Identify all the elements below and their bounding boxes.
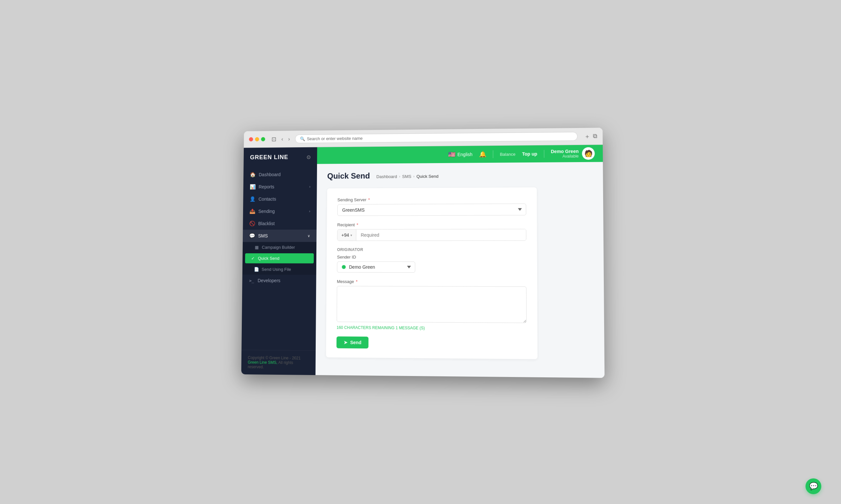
logo-text: GREEN LINE bbox=[250, 154, 289, 161]
sidebar-label-blacklist: Blacklist bbox=[258, 221, 310, 226]
sending-server-label: Sending Server * bbox=[337, 197, 526, 202]
language-selector[interactable]: 🇺🇸 English bbox=[448, 151, 473, 158]
sidebar-label-reports: Reports bbox=[259, 184, 306, 189]
send-icon: ➤ bbox=[344, 340, 347, 345]
sidebar-item-sending[interactable]: 📤 Sending › bbox=[243, 205, 317, 218]
address-bar[interactable]: 🔍 Search or enter website name bbox=[295, 132, 578, 143]
address-bar-text: Search or enter website name bbox=[307, 136, 363, 141]
page-title: Quick Send bbox=[327, 171, 370, 180]
sidebar-item-dashboard[interactable]: 🏠 Dashboard bbox=[243, 168, 317, 181]
home-icon: 🏠 bbox=[250, 172, 256, 178]
forward-button[interactable]: › bbox=[287, 136, 291, 143]
footer-link[interactable]: Green Line SMS, bbox=[248, 360, 277, 365]
tabs-button[interactable]: ⧉ bbox=[593, 132, 597, 140]
browser-titlebar: ⊡ ‹ › 🔍 Search or enter website name ＋ ⧉ bbox=[244, 128, 603, 148]
sending-server-select[interactable]: GreenSMS bbox=[337, 203, 526, 216]
sidebar-label-developers: Developers bbox=[258, 278, 310, 283]
reports-icon: 📊 bbox=[250, 184, 256, 190]
message-textarea[interactable] bbox=[337, 286, 527, 323]
back-button[interactable]: ‹ bbox=[280, 136, 285, 143]
sidebar-label-campaign-builder: Campaign Builder bbox=[262, 245, 295, 250]
topbar-divider-2 bbox=[544, 150, 544, 158]
send-button[interactable]: ➤ Send bbox=[337, 336, 368, 348]
sidebar-label-sending: Sending bbox=[258, 209, 306, 214]
phone-code-text: +94 bbox=[341, 232, 349, 237]
sidebar-nav: 🏠 Dashboard 📊 Reports › 👤 Contacts 📤 bbox=[241, 166, 317, 350]
dot-maximize[interactable] bbox=[261, 137, 265, 141]
balance-label: Balance bbox=[500, 151, 515, 157]
chat-bubble-button[interactable]: 💬 bbox=[806, 479, 821, 494]
main-content: 🇺🇸 English 🔔 Balance Top up Demo Green A… bbox=[315, 145, 604, 378]
add-tab-button[interactable]: ＋ bbox=[584, 132, 590, 140]
avatar: 🧑 bbox=[582, 147, 595, 160]
chevron-right-icon: › bbox=[309, 185, 310, 189]
sidebar-label-dashboard: Dashboard bbox=[259, 172, 311, 177]
sidebar-item-campaign-builder[interactable]: ▦ Campaign Builder bbox=[243, 242, 317, 253]
browser-controls: ⊡ ‹ › bbox=[271, 136, 291, 143]
sending-icon: 📤 bbox=[250, 209, 255, 214]
recipient-label: Recipient * bbox=[337, 222, 526, 227]
sidebar-item-reports[interactable]: 📊 Reports › bbox=[243, 180, 317, 193]
browser-window: ⊡ ‹ › 🔍 Search or enter website name ＋ ⧉… bbox=[241, 128, 604, 378]
chevron-right-icon-sending: › bbox=[309, 209, 310, 213]
campaign-icon: ▦ bbox=[254, 245, 259, 250]
sidebar-item-contacts[interactable]: 👤 Contacts bbox=[243, 193, 317, 205]
sidebar-item-sms[interactable]: 💬 SMS ∨ bbox=[243, 230, 317, 242]
sidebar-label-sms: SMS bbox=[258, 233, 305, 238]
message-group: Message * 160 CHARACTERS REMAINING 1 MES… bbox=[337, 279, 527, 331]
sidebar-footer: Copyright © Green Line - 2021 Green Line… bbox=[241, 350, 316, 375]
send-button-label: Send bbox=[350, 340, 361, 345]
browser-dots bbox=[249, 137, 265, 141]
chat-icon: 💬 bbox=[809, 482, 818, 490]
breadcrumb-current: Quick Send bbox=[416, 174, 439, 179]
browser-actions: ＋ ⧉ bbox=[584, 132, 597, 140]
file-icon: 📄 bbox=[254, 267, 259, 272]
recipient-input[interactable] bbox=[356, 229, 526, 241]
sender-id-selector[interactable]: Demo Green bbox=[337, 262, 415, 273]
recipient-group: Recipient * +94 ▾ bbox=[337, 222, 526, 241]
sidebar-logo: GREEN LINE ⊙ bbox=[243, 147, 317, 166]
topup-button[interactable]: Top up bbox=[522, 151, 537, 157]
user-profile[interactable]: Demo Green Available 🧑 bbox=[551, 147, 595, 160]
sending-server-group: Sending Server * GreenSMS bbox=[337, 197, 526, 216]
sidebar-item-developers[interactable]: >_ Developers bbox=[242, 275, 316, 286]
developers-icon: >_ bbox=[249, 278, 255, 283]
message-required: * bbox=[356, 279, 357, 284]
topbar-divider-1 bbox=[493, 150, 493, 158]
dot-minimize[interactable] bbox=[255, 137, 259, 141]
recipient-row: +94 ▾ bbox=[337, 229, 526, 241]
sidebar-label-quick-send: Quick Send bbox=[258, 256, 279, 261]
sidebar-item-send-using-file[interactable]: 📄 Send Using File bbox=[242, 264, 316, 275]
phone-code-chevron-icon: ▾ bbox=[350, 233, 352, 237]
topbar: 🇺🇸 English 🔔 Balance Top up Demo Green A… bbox=[317, 145, 603, 164]
dot-close[interactable] bbox=[249, 137, 253, 141]
sidebar-label-send-using-file: Send Using File bbox=[261, 267, 291, 272]
user-name: Demo Green bbox=[551, 149, 579, 154]
sender-name-text: Demo Green bbox=[349, 265, 375, 270]
sidebar: GREEN LINE ⊙ 🏠 Dashboard 📊 Reports › 👤 bbox=[241, 147, 317, 375]
sidebar-label-contacts: Contacts bbox=[259, 196, 310, 201]
originator-label: ORIGINATOR bbox=[337, 247, 526, 252]
sidebar-item-blacklist[interactable]: 🚫 Blacklist bbox=[243, 217, 317, 230]
sms-icon: 💬 bbox=[249, 233, 255, 239]
breadcrumb-dashboard[interactable]: Dashboard bbox=[377, 174, 397, 179]
sidebar-toggle-btn[interactable]: ⊡ bbox=[271, 136, 276, 143]
page-title-section: Quick Send bbox=[327, 171, 370, 180]
sms-submenu: ▦ Campaign Builder ✓ Quick Send 📄 Send U… bbox=[242, 242, 317, 275]
flag-icon: 🇺🇸 bbox=[448, 151, 455, 158]
sidebar-item-quick-send[interactable]: ✓ Quick Send bbox=[245, 253, 314, 264]
breadcrumb-sms[interactable]: SMS bbox=[402, 174, 411, 179]
chevron-down-icon: ∨ bbox=[308, 234, 310, 238]
originator-section: ORIGINATOR Sender ID Demo Green bbox=[337, 247, 527, 273]
message-label: Message * bbox=[337, 279, 526, 285]
char-count: 160 CHARACTERS REMAINING 1 MESSAGE (S) bbox=[337, 325, 527, 331]
quick-send-form: Sending Server * GreenSMS Recipient * bbox=[326, 187, 537, 359]
breadcrumb-sep-2: › bbox=[413, 174, 415, 178]
notification-bell[interactable]: 🔔 bbox=[479, 150, 486, 158]
blacklist-icon: 🚫 bbox=[250, 221, 255, 227]
contacts-icon: 👤 bbox=[250, 196, 256, 202]
app-container: GREEN LINE ⊙ 🏠 Dashboard 📊 Reports › 👤 bbox=[241, 145, 604, 378]
settings-icon[interactable]: ⊙ bbox=[307, 154, 311, 160]
phone-code-selector[interactable]: +94 ▾ bbox=[337, 229, 356, 240]
footer-copyright: Copyright © Green Line - 2021 bbox=[248, 355, 301, 360]
